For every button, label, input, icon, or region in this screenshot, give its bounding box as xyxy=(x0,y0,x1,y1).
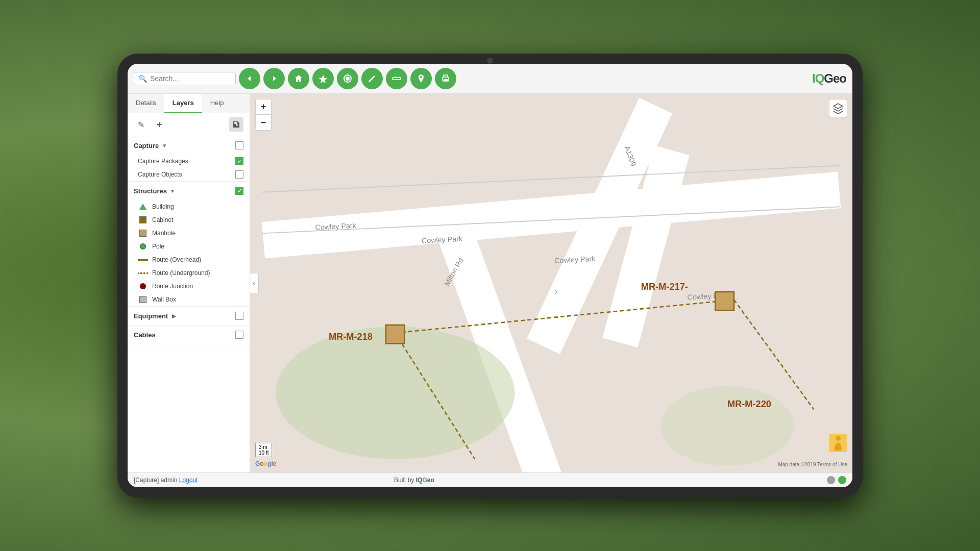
search-icon: 🔍 xyxy=(138,74,147,83)
manhole-label: Manhole xyxy=(152,230,176,237)
svg-text:MR-M-218: MR-M-218 xyxy=(329,332,373,342)
layer-item-route-overhead: Route (Overhead) xyxy=(132,253,250,266)
status-icons xyxy=(827,476,846,484)
svg-point-17 xyxy=(661,386,794,466)
capture-packages-label: Capture Packages xyxy=(138,158,188,165)
back-button[interactable] xyxy=(239,68,260,89)
layer-group-structures-header[interactable]: Structures ▼ ✓ xyxy=(128,182,250,200)
logout-link[interactable]: Logout xyxy=(179,477,198,484)
capture-items: Capture Packages ✓ Capture Objects xyxy=(128,155,250,181)
svg-rect-27 xyxy=(386,325,404,343)
main-area: Details Layers Help ✎ + Capture ▼ xyxy=(128,94,852,472)
svg-text:›: › xyxy=(555,286,558,296)
svg-rect-2 xyxy=(393,78,401,80)
building-icon xyxy=(138,203,148,211)
map-scale: 3 m 10 ft xyxy=(255,443,272,457)
tablet-frame: 🔍 xyxy=(117,54,863,497)
svg-rect-7 xyxy=(444,75,448,77)
layer-item-building: Building xyxy=(132,200,250,213)
structures-checkbox[interactable]: ✓ xyxy=(235,187,243,195)
route-overhead-label: Route (Overhead) xyxy=(152,256,201,263)
tab-layers[interactable]: Layers xyxy=(164,94,202,113)
status-dot-green xyxy=(838,476,846,484)
layer-group-structures: Structures ▼ ✓ Building Cabinet xyxy=(128,182,250,307)
cables-checkbox[interactable] xyxy=(235,331,243,339)
iqgeo-brand: IQGeo xyxy=(416,477,434,484)
print-button[interactable] xyxy=(435,68,456,89)
layer-item-cabinet: Cabinet xyxy=(132,213,250,227)
layer-group-equipment-header[interactable]: Equipment ▶ xyxy=(128,307,250,325)
search-input[interactable] xyxy=(150,74,232,83)
map-attribution: Map data ©2019 Terms of Use xyxy=(778,462,847,467)
capture-packages-checkbox[interactable]: ✓ xyxy=(235,157,243,165)
equipment-label: Equipment xyxy=(134,312,168,320)
capture-chevron: ▼ xyxy=(162,143,167,148)
forward-button[interactable] xyxy=(263,68,285,89)
sidebar-tabs: Details Layers Help xyxy=(128,94,250,113)
tablet-camera xyxy=(487,58,493,64)
zoom-in-button[interactable]: + xyxy=(256,99,271,115)
layer-group-cables-header[interactable]: Cables xyxy=(128,325,250,344)
favorites-button[interactable] xyxy=(312,68,334,89)
pole-label: Pole xyxy=(152,243,164,250)
svg-text:MR-M-217-: MR-M-217- xyxy=(641,282,688,292)
map-zoom-controls: + − xyxy=(255,99,272,131)
svg-rect-8 xyxy=(444,79,448,81)
route-underground-label: Route (Underground) xyxy=(152,269,210,277)
search-box[interactable]: 🔍 xyxy=(134,72,236,85)
map-area[interactable]: Cowley Park Cowley Park Cowley Park Cowl… xyxy=(250,94,852,472)
layer-item-capture-objects: Capture Objects xyxy=(132,168,250,181)
zoom-out-button[interactable]: − xyxy=(256,115,271,130)
tablet-screen: 🔍 xyxy=(128,64,852,487)
route-junction-icon xyxy=(138,282,148,290)
street-view-button[interactable] xyxy=(829,434,847,452)
svg-point-16 xyxy=(276,327,515,459)
capture-objects-checkbox[interactable] xyxy=(235,170,243,179)
layer-item-capture-packages: Capture Packages ✓ xyxy=(132,155,250,168)
svg-point-33 xyxy=(836,436,841,441)
layer-group-capture-header[interactable]: Capture ▼ xyxy=(128,136,250,155)
layer-item-pole: Pole xyxy=(132,240,250,253)
measure-button[interactable] xyxy=(386,68,407,89)
pole-icon xyxy=(138,242,148,251)
layer-group-equipment: Equipment ▶ xyxy=(128,307,250,325)
cabinet-icon xyxy=(138,216,148,224)
route-underground-icon xyxy=(138,269,148,277)
status-dot-gray xyxy=(827,476,835,484)
wall-box-icon xyxy=(138,295,148,304)
edit-button[interactable] xyxy=(361,68,383,89)
structures-chevron: ▼ xyxy=(170,188,175,194)
capture-label: Capture xyxy=(134,142,159,149)
scale-feet: 10 ft xyxy=(259,450,268,456)
route-overhead-icon xyxy=(138,256,148,264)
layer-item-route-junction: Route Junction xyxy=(132,280,250,293)
map-collapse-button[interactable]: ‹ xyxy=(250,273,259,293)
app-logo: IQGeo xyxy=(812,71,846,86)
location-button[interactable] xyxy=(410,68,432,89)
capture-objects-label: Capture Objects xyxy=(138,171,182,178)
structures-label: Structures xyxy=(134,187,167,195)
building-label: Building xyxy=(152,203,174,210)
capture-button[interactable] xyxy=(337,68,358,89)
tab-details[interactable]: Details xyxy=(128,94,164,113)
cabinet-label: Cabinet xyxy=(152,216,173,223)
layer-item-manhole: Manhole xyxy=(132,227,250,240)
manhole-icon xyxy=(138,229,148,237)
tab-help[interactable]: Help xyxy=(202,94,232,113)
layer-group-capture: Capture ▼ Capture Packages ✓ Capture Obj… xyxy=(128,136,250,182)
equipment-checkbox[interactable] xyxy=(235,312,243,320)
cables-label: Cables xyxy=(134,331,156,339)
layer-group-cables: Cables xyxy=(128,325,250,344)
save-action-button[interactable] xyxy=(229,117,243,132)
google-logo: Google xyxy=(255,460,276,467)
add-action-button[interactable]: + xyxy=(152,117,166,132)
user-status: [Capture] admin xyxy=(134,477,177,484)
map-layers-button[interactable] xyxy=(829,99,847,117)
sidebar-actions: ✎ + xyxy=(128,113,250,136)
route-junction-label: Route Junction xyxy=(152,283,193,290)
home-button[interactable] xyxy=(288,68,309,89)
edit-action-button[interactable]: ✎ xyxy=(134,117,148,132)
capture-checkbox[interactable] xyxy=(235,141,243,149)
wall-box-label: Wall Box xyxy=(152,296,176,303)
built-by: Built by IQGeo xyxy=(394,477,434,484)
